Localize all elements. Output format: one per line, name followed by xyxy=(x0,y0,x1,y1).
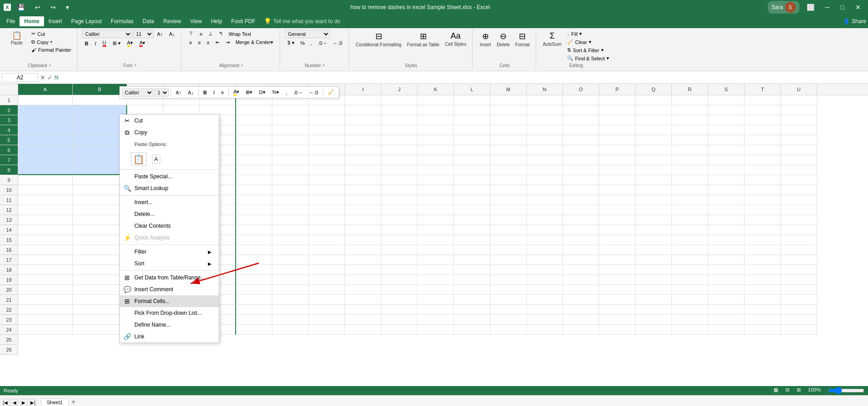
cell-O6[interactable] xyxy=(563,145,599,155)
decrease-decimal-button[interactable]: ←.0 xyxy=(330,39,345,47)
mini-align-left-button[interactable]: ≡ xyxy=(218,88,227,97)
row-header-10[interactable]: 10 xyxy=(0,185,18,195)
cell-P1[interactable] xyxy=(599,95,636,105)
comma-button[interactable]: , xyxy=(308,39,315,47)
decrease-font-button[interactable]: A↓ xyxy=(167,30,178,38)
underline-button[interactable]: U xyxy=(100,39,109,48)
ribbon-display-button[interactable]: ⬜ xyxy=(803,2,818,13)
col-header-A[interactable]: A xyxy=(18,84,73,95)
cell-L3[interactable] xyxy=(454,115,490,125)
cell-P10[interactable] xyxy=(599,185,636,195)
cell-T1[interactable] xyxy=(745,95,781,105)
format-cells-ribbon-button[interactable]: ⊟ Format xyxy=(513,30,532,49)
mini-fill-color-button[interactable]: A▾ xyxy=(231,88,242,97)
font-size-select[interactable]: 11 xyxy=(133,30,153,38)
cell-Q10[interactable] xyxy=(636,185,672,195)
menu-view[interactable]: View xyxy=(186,16,207,26)
cell-U5[interactable] xyxy=(781,135,817,145)
cell-F2[interactable] xyxy=(236,105,272,115)
row-header-25[interactable]: 25 xyxy=(0,335,18,345)
col-header-M[interactable]: M xyxy=(490,84,527,95)
cell-D2[interactable] xyxy=(163,105,200,115)
cell-S1[interactable] xyxy=(708,95,745,105)
cell-U1[interactable] xyxy=(781,95,817,105)
alignment-group-label[interactable]: Alignment ↗ xyxy=(186,62,276,68)
cell-R6[interactable] xyxy=(672,145,708,155)
cell-N1[interactable] xyxy=(527,95,563,105)
align-top-button[interactable]: ⊤ xyxy=(186,30,196,38)
cell-B8[interactable] xyxy=(73,165,127,175)
cell-Q4[interactable] xyxy=(636,125,672,135)
cell-B3[interactable] xyxy=(73,115,127,125)
cell-A8[interactable] xyxy=(18,165,73,175)
cell-M6[interactable] xyxy=(490,145,527,155)
cell-A11[interactable] xyxy=(18,195,73,205)
align-right-button[interactable]: ≡ xyxy=(204,39,212,46)
cell-B1[interactable] xyxy=(73,95,127,105)
cell-I4[interactable] xyxy=(345,125,381,135)
menu-review[interactable]: Review xyxy=(158,16,185,26)
cell-U8[interactable] xyxy=(781,165,817,175)
sort-filter-button[interactable]: ⇅ Sort & Filter▾ xyxy=(565,46,612,54)
cell-R3[interactable] xyxy=(672,115,708,125)
tell-me-text[interactable]: Tell me what you want to do xyxy=(273,18,340,24)
cell-T8[interactable] xyxy=(745,165,781,175)
status-view-pagebreak[interactable]: ⊞ xyxy=(797,387,801,394)
row-header-24[interactable]: 24 xyxy=(0,325,18,335)
cell-I1[interactable] xyxy=(345,95,381,105)
ctx-delete[interactable]: Delete... xyxy=(120,208,219,220)
cell-L7[interactable] xyxy=(454,155,490,165)
cell-J5[interactable] xyxy=(381,135,418,145)
cell-B11[interactable] xyxy=(73,195,127,205)
menu-home[interactable]: Home xyxy=(20,16,44,26)
cell-L1[interactable] xyxy=(454,95,490,105)
cell-B10[interactable] xyxy=(73,185,127,195)
cell-J2[interactable] xyxy=(381,105,418,115)
cell-P3[interactable] xyxy=(599,115,636,125)
cell-O4[interactable] xyxy=(563,125,599,135)
cell-M5[interactable] xyxy=(490,135,527,145)
cell-F10[interactable] xyxy=(236,185,272,195)
cell-H6[interactable] xyxy=(309,145,345,155)
mini-border-button[interactable]: ⊞▾ xyxy=(243,88,255,97)
cell-F4[interactable] xyxy=(236,125,272,135)
cell-A10[interactable] xyxy=(18,185,73,195)
ctx-copy[interactable]: ⧉ Copy xyxy=(120,127,219,138)
cell-L2[interactable] xyxy=(454,105,490,115)
cell-P9[interactable] xyxy=(599,175,636,185)
cell-R7[interactable] xyxy=(672,155,708,165)
cell-H10[interactable] xyxy=(309,185,345,195)
row-header-2[interactable]: 2 xyxy=(0,105,18,115)
mini-number-format-button[interactable]: %▾ xyxy=(269,88,282,97)
row-header-13[interactable]: 13 xyxy=(0,215,18,225)
cell-I6[interactable] xyxy=(345,145,381,155)
customize-button[interactable]: ▾ xyxy=(62,2,73,13)
cell-G3[interactable] xyxy=(272,115,309,125)
cell-H9[interactable] xyxy=(309,175,345,185)
ctx-link[interactable]: 🔗 Link xyxy=(120,331,219,342)
copy-button[interactable]: ⧉ Copy ▾ xyxy=(29,38,74,46)
cell-G6[interactable] xyxy=(272,145,309,155)
menu-foxit-pdf[interactable]: Foxit PDF xyxy=(227,16,260,26)
cell-B4[interactable] xyxy=(73,125,127,135)
col-header-R[interactable]: R xyxy=(672,84,708,95)
find-select-button[interactable]: 🔍 Find & Select▾ xyxy=(565,54,612,62)
cell-B9[interactable] xyxy=(73,175,127,185)
increase-indent-button[interactable]: ⇥ xyxy=(223,39,232,46)
cell-N4[interactable] xyxy=(527,125,563,135)
clear-button[interactable]: 🧹 Clear▾ xyxy=(565,38,612,46)
delete-cells-button[interactable]: ⊖ Delete xyxy=(494,30,512,49)
cell-S9[interactable] xyxy=(708,175,745,185)
wrap-text-button[interactable]: Wrap Text xyxy=(226,30,254,38)
number-expand-icon[interactable]: ↗ xyxy=(322,64,325,68)
row-header-17[interactable]: 17 xyxy=(0,255,18,265)
cell-A3[interactable] xyxy=(18,115,73,125)
cell-B7[interactable] xyxy=(73,155,127,165)
row-header-19[interactable]: 19 xyxy=(0,275,18,285)
cell-A1[interactable] xyxy=(18,95,73,105)
status-view-layout[interactable]: ⊟ xyxy=(785,387,789,394)
mini-bold-button[interactable]: B xyxy=(201,88,210,97)
row-header-14[interactable]: 14 xyxy=(0,225,18,235)
cell-Q8[interactable] xyxy=(636,165,672,175)
cell-G9[interactable] xyxy=(272,175,309,185)
